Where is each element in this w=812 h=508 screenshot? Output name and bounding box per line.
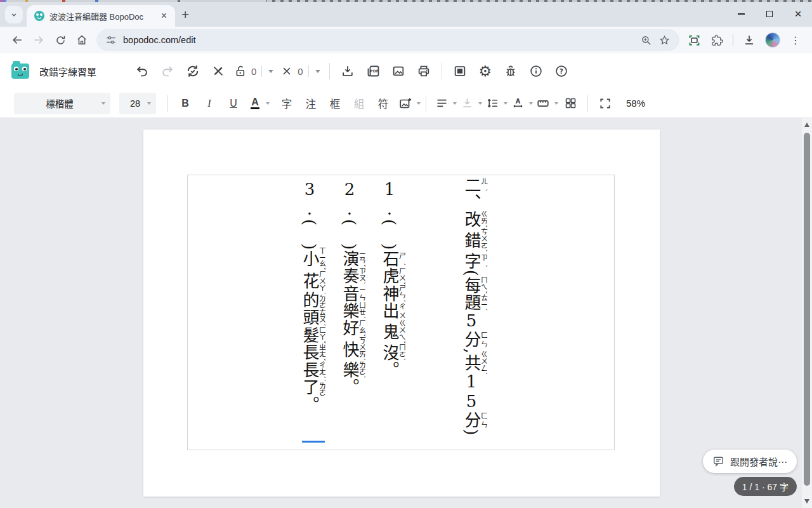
help-icon: ? — [554, 64, 568, 78]
remove-dropdown-chevron-icon[interactable] — [315, 70, 320, 73]
pdf-icon: PDF — [365, 64, 381, 79]
export-image-button[interactable] — [386, 58, 411, 84]
font-color-chevron-icon[interactable] — [266, 102, 270, 105]
download-icon — [743, 34, 756, 46]
frame-tool-button[interactable]: 框 — [323, 91, 347, 116]
insert-image-chevron-icon[interactable] — [417, 102, 421, 105]
feedback-button[interactable]: 跟開發者說⋯ — [703, 450, 797, 473]
info-button[interactable] — [523, 58, 549, 84]
scroll-down-arrow-icon[interactable] — [804, 499, 809, 504]
lock-dropdown-chevron-icon[interactable] — [268, 70, 273, 73]
bold-button[interactable]: B — [173, 91, 197, 116]
help-button[interactable]: ? — [549, 58, 574, 84]
new-tab-button[interactable]: + — [181, 8, 189, 21]
report-bug-button[interactable] — [498, 58, 523, 84]
insert-image-icon — [398, 97, 412, 110]
letter-spacing-icon: A — [511, 97, 525, 110]
toolbar-divider — [167, 95, 168, 112]
document-page[interactable]: 二ㄦˋ、改ㄍㄞˇ錯ㄘㄨㄛˋ字ㄗˋ(每ㄇㄟˇ題ㄊㄧˊ5分ㄈㄣ,共ㄍㄨㄥˋ15分ㄈㄣ… — [143, 130, 660, 497]
fullscreen-button[interactable] — [593, 91, 617, 116]
font-family-value: 標楷體 — [19, 97, 100, 110]
document-title[interactable]: 改錯字練習單 — [39, 65, 96, 78]
download-file-icon — [341, 64, 355, 78]
text-column-q2[interactable]: 2.( )演ㄧㄢˇ奏ㄗㄡˋ音ㄧㄣ樂ㄩㄝˋ好ㄏㄠˇ快ㄎㄨㄞˋ樂ㄌㄜˋ。 — [341, 180, 365, 396]
redo-button[interactable] — [155, 58, 180, 84]
mini-divider — [261, 65, 262, 77]
zoom-page-icon[interactable] — [640, 34, 652, 46]
scrollbar-thumb[interactable] — [804, 133, 810, 486]
reload-icon — [55, 34, 67, 46]
screenshot-tool-button[interactable] — [683, 29, 705, 51]
home-button[interactable] — [71, 29, 93, 51]
browser-menu-button[interactable]: ⋮ — [785, 34, 806, 46]
text-column-q1[interactable]: 1.( )石ㄕˊ虎ㄏㄨˇ神ㄕㄣˊ出ㄔㄨ鬼ㄍㄨㄟˇ沒ㄇㄛˋ。 — [381, 180, 405, 378]
chat-icon — [712, 455, 724, 467]
feedback-label: 跟開發者說⋯ — [730, 455, 787, 468]
underline-button[interactable]: U — [221, 91, 246, 116]
image-icon — [391, 64, 405, 78]
strike-correction-button[interactable] — [206, 58, 231, 84]
gear-icon: ⚙ — [478, 64, 492, 79]
tab-bopodoc[interactable]: 波波注音編輯器 BopoDoc × — [27, 5, 175, 27]
bopodoc-favicon — [34, 11, 44, 21]
layout-grid-button[interactable] — [558, 91, 582, 116]
maximize-button[interactable] — [764, 9, 775, 19]
remove-count-button[interactable] — [277, 58, 296, 84]
font-family-select[interactable]: 標楷體 — [14, 93, 110, 114]
lock-count-button[interactable] — [231, 58, 250, 84]
tab-search-button[interactable] — [5, 6, 23, 23]
presentation-mode-button[interactable] — [447, 58, 473, 84]
browser-toolbar-right: ⋮ — [683, 29, 806, 51]
vertical-align-button[interactable] — [457, 91, 477, 116]
toolbar-divider — [733, 34, 733, 46]
info-icon — [529, 64, 543, 78]
address-bar[interactable]: bopodoc.com/edit — [96, 29, 679, 51]
scroll-up-arrow-icon[interactable] — [804, 123, 809, 127]
profile-avatar[interactable] — [765, 32, 780, 48]
bookmark-star-icon[interactable] — [658, 34, 671, 46]
text-column-title[interactable]: 二ㄦˋ、改ㄍㄞˇ錯ㄘㄨㄛˋ字ㄗˋ(每ㄇㄟˇ題ㄊㄧˊ5分ㄈㄣ,共ㄍㄨㄥˋ15分ㄈㄣ… — [463, 177, 487, 436]
text-column-q3[interactable]: 3.( )小ㄒㄧㄠˇ花ㄏㄨㄚ的˙ㄉㄜ頭ㄊㄡˊ髮ㄈㄚˇ長ㄓㄤˇ長ㄔㄤˊ了˙ㄌㄜ。 — [301, 180, 325, 413]
character-tool-button[interactable]: 字 — [275, 91, 299, 116]
tab-close-icon[interactable]: × — [159, 10, 169, 22]
grid-icon — [564, 97, 577, 110]
minimize-button[interactable] — [736, 9, 746, 19]
redo-icon — [160, 64, 174, 78]
close-window-button[interactable]: × — [793, 9, 803, 19]
print-icon — [417, 64, 431, 78]
chevron-down-icon — [102, 102, 105, 105]
undo-icon — [135, 64, 149, 78]
ruler-button[interactable] — [533, 91, 553, 116]
font-color-button[interactable]: A — [246, 91, 265, 116]
vertical-scrollbar[interactable] — [802, 118, 812, 508]
forward-button[interactable] — [28, 29, 49, 51]
back-button[interactable] — [6, 29, 28, 51]
document-canvas[interactable]: 二ㄦˋ、改ㄍㄞˇ錯ㄘㄨㄛˋ字ㄗˋ(每ㄇㄟˇ題ㄊㄧˊ5分ㄈㄣ,共ㄍㄨㄥˋ15分ㄈㄣ… — [0, 118, 802, 508]
align-button[interactable] — [431, 91, 452, 116]
toolbar-divider — [329, 63, 330, 79]
group-tool-button[interactable]: 組 — [347, 91, 371, 116]
settings-button[interactable]: ⚙ — [473, 58, 498, 84]
page-word-counter: 1 / 1 · 67 字 — [734, 477, 797, 496]
bopodoc-app-icon[interactable] — [11, 64, 29, 79]
insert-image-button[interactable] — [395, 91, 416, 116]
browser-toolbar: bopodoc.com/edit ⋮ — [0, 27, 812, 53]
site-settings-icon[interactable] — [105, 34, 117, 46]
zoom-level-value[interactable]: 58% — [626, 98, 645, 109]
undo-button[interactable] — [129, 58, 155, 84]
refresh-zhuyin-button[interactable] — [180, 58, 206, 84]
url-text[interactable]: bopodoc.com/edit — [123, 35, 634, 45]
extensions-button[interactable] — [706, 29, 728, 51]
downloads-button[interactable] — [738, 29, 760, 51]
zhuyin-tool-button[interactable]: 注 — [299, 91, 323, 116]
font-size-select[interactable]: 28 — [119, 93, 156, 114]
export-pdf-button[interactable]: PDF — [360, 58, 386, 84]
window-controls: × — [736, 9, 803, 19]
letter-spacing-button[interactable]: A — [508, 91, 528, 116]
print-button[interactable] — [411, 58, 436, 84]
save-download-button[interactable] — [335, 58, 360, 84]
italic-button[interactable]: I — [197, 91, 221, 116]
symbol-tool-button[interactable]: 符 — [371, 91, 395, 116]
line-height-button[interactable] — [482, 91, 502, 116]
reload-button[interactable] — [49, 29, 71, 51]
